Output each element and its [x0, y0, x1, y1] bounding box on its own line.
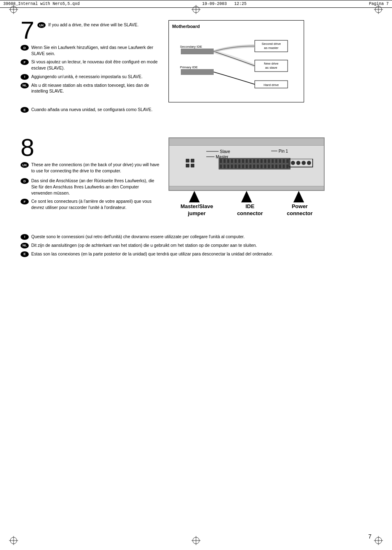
- section-7: 7 UK If you add a drive, the new drive w…: [21, 20, 371, 102]
- svg-text:Hard drive: Hard drive: [264, 83, 279, 87]
- svg-rect-41: [286, 159, 288, 163]
- label-master-slave-jumper: Master/Slave jumper: [180, 203, 213, 217]
- svg-text:as slave: as slave: [265, 66, 277, 70]
- lang-badge-d-8: D: [21, 178, 29, 184]
- section-8-below-blocks: I Queste sono le connessioni (sul retro …: [21, 234, 371, 257]
- svg-point-63: [296, 161, 300, 165]
- jumper-pins-area: [186, 159, 198, 172]
- svg-rect-34: [261, 159, 263, 163]
- master-line-svg: Master: [206, 153, 256, 160]
- svg-text:Second drive: Second drive: [262, 42, 281, 46]
- step-8-header: 8 UK These are the connections (on the b…: [21, 137, 160, 176]
- arrow-up-2: [240, 191, 253, 203]
- connector-arrows: [168, 191, 325, 203]
- lang-badge-i-7: I: [21, 74, 29, 80]
- mb-svg: Secondary IDE Primary IDE Second drive a…: [172, 32, 300, 98]
- reg-mark-bottom-right: [374, 536, 383, 545]
- svg-text:Master: Master: [216, 155, 228, 159]
- lang-text-d-7: Wenn Sie ein Laufwerk hinzufügen, wird d…: [31, 44, 160, 56]
- power-pins-svg: [289, 159, 314, 168]
- lang-block-d-7: D Wenn Sie ein Laufwerk hinzufügen, wird…: [21, 44, 160, 56]
- reg-mark-bottom-left: [9, 536, 18, 545]
- svg-text:Secondary IDE: Secondary IDE: [180, 45, 202, 49]
- svg-rect-53: [261, 165, 263, 168]
- power-pins-area: [289, 159, 314, 169]
- svg-rect-44: [227, 165, 229, 168]
- lang-text-i-8: Queste sono le connessioni (sul retro de…: [31, 234, 244, 240]
- svg-rect-7: [181, 69, 214, 75]
- svg-marker-74: [293, 191, 304, 202]
- svg-text:Primary IDE: Primary IDE: [180, 65, 198, 69]
- arrow-ide: [222, 191, 271, 203]
- lang-text-d-8: Das sind die Anschlüsse (an der Rückseit…: [31, 178, 160, 196]
- svg-text:Pin 1: Pin 1: [279, 149, 288, 153]
- lang-text-e-8: Estas son las conexiones (en la parte po…: [31, 251, 273, 257]
- lang-block-e-8: E Estas son las conexiones (en la parte …: [21, 251, 371, 257]
- lang-block-nl-8: NL Dit zijn de aansluitingen (op de acht…: [21, 242, 371, 248]
- lang-text-uk-8: These are the connections (on the back o…: [31, 162, 160, 174]
- section-8-diagram: // Generated in SVG inline: [168, 137, 371, 217]
- svg-rect-43: [224, 165, 226, 168]
- connector-labels-row: Master/Slave jumper IDE connector Power …: [168, 203, 325, 217]
- lang-badge-nl-8: NL: [21, 243, 29, 248]
- svg-rect-48: [242, 165, 244, 168]
- master-label: Master: [206, 153, 256, 161]
- svg-rect-57: [275, 165, 277, 168]
- mb-title: Motherboard: [172, 24, 300, 29]
- svg-rect-40: [283, 159, 285, 163]
- svg-rect-33: [257, 159, 259, 163]
- svg-rect-42: [220, 165, 222, 168]
- lang-block-d-8: D Das sind die Anschlüsse (an der Rückse…: [21, 178, 160, 196]
- connector-diagram-wrapper: // Generated in SVG inline: [168, 137, 325, 217]
- lang-badge-d-7: D: [21, 45, 29, 51]
- svg-rect-54: [264, 165, 266, 168]
- lang-text-nl-7: Als u dit nieuwe station als extra stati…: [31, 82, 160, 94]
- svg-rect-19: [191, 159, 194, 162]
- svg-rect-58: [279, 165, 281, 168]
- arrow-power: [274, 191, 323, 203]
- lang-block-nl-7: NL Als u dit nieuwe station als extra st…: [21, 82, 160, 94]
- label-power-connector: Power connector: [287, 203, 313, 217]
- lang-text-uk-7: If you add a drive, the new drive will b…: [48, 22, 138, 28]
- svg-point-62: [291, 161, 295, 165]
- svg-rect-18: [186, 159, 189, 162]
- lang-badge-nl-7: NL: [21, 83, 29, 88]
- header-middle: 19-09-2003 12:25: [202, 2, 247, 6]
- lang-badge-f-8: F: [21, 199, 29, 204]
- mb-inner: Secondary IDE Primary IDE Second drive a…: [172, 32, 300, 98]
- lang-block-uk-7: UK If you add a drive, the new drive wil…: [37, 22, 138, 28]
- label-ide-connector: IDE connector: [237, 203, 263, 217]
- motherboard-diagram: Motherboard Secondary IDE Primary IDE Se: [168, 20, 304, 102]
- arrow-up-3: [293, 191, 305, 203]
- lang-block-uk-8: UK These are the connections (on the bac…: [21, 162, 160, 174]
- jumper-pins-svg: [186, 159, 198, 171]
- svg-rect-60: [286, 165, 288, 168]
- pin1-line-svg: Pin 1: [271, 147, 300, 155]
- svg-rect-49: [246, 165, 248, 168]
- step-8-number: 8: [21, 137, 34, 160]
- lang-badge-uk-8: UK: [21, 162, 29, 168]
- svg-text:New drive: New drive: [264, 62, 279, 65]
- lang-text-f-8: Ce sont les connecteurs (à l'arrière de …: [31, 198, 160, 210]
- svg-marker-73: [241, 191, 252, 202]
- svg-rect-21: [191, 164, 194, 167]
- section-7-diagram: Motherboard Secondary IDE Primary IDE Se: [168, 20, 371, 102]
- lang-badge-uk-7: UK: [37, 22, 46, 28]
- svg-rect-47: [238, 165, 240, 168]
- section-8: 8 UK These are the connections (on the b…: [21, 137, 371, 217]
- svg-rect-35: [264, 159, 266, 163]
- lang-text-nl-8: Dit zijn de aansluitingen (op de achterk…: [31, 242, 257, 248]
- svg-rect-59: [283, 165, 285, 168]
- lang-text-i-7: Aggiungendo un'unità, è necessario impos…: [31, 74, 143, 80]
- svg-rect-46: [235, 165, 237, 168]
- lang-badge-e-7: E: [21, 107, 29, 113]
- lang-block-i-7: I Aggiungendo un'unità, è necessario imp…: [21, 74, 160, 80]
- lang-block-f-8: F Ce sont les connecteurs (à l'arrière d…: [21, 198, 160, 210]
- svg-rect-56: [272, 165, 274, 168]
- svg-rect-39: [279, 159, 281, 163]
- svg-rect-37: [272, 159, 274, 163]
- step-7-header: 7 UK If you add a drive, the new drive w…: [21, 20, 160, 43]
- svg-rect-6: [181, 49, 214, 54]
- step-7-number: 7: [21, 20, 34, 43]
- page-number: 7: [368, 533, 371, 540]
